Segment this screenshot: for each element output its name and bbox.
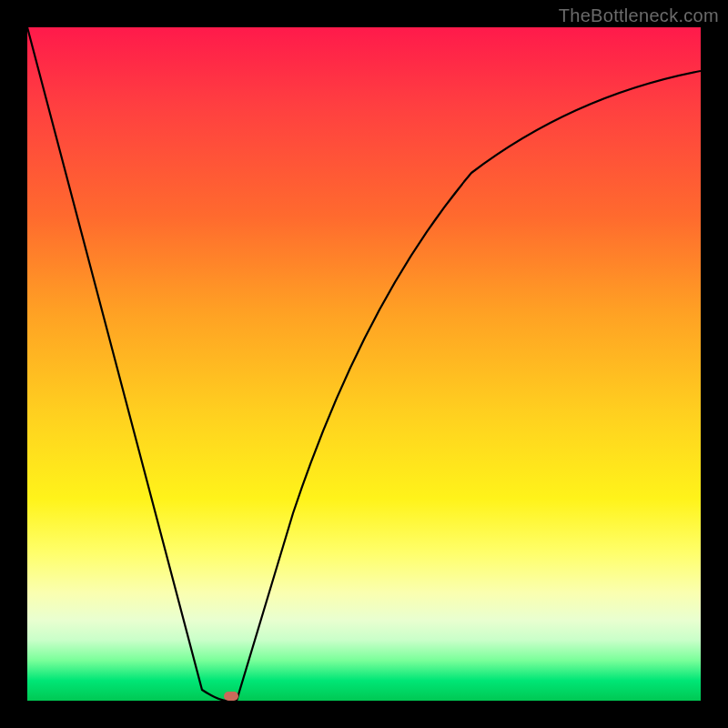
- curve-svg: [27, 27, 701, 701]
- bottleneck-curve: [27, 27, 701, 701]
- watermark-text: TheBottleneck.com: [559, 5, 719, 26]
- chart-container: TheBottleneck.com: [0, 0, 728, 728]
- plot-area: [27, 27, 701, 701]
- marker-dot: [224, 692, 238, 701]
